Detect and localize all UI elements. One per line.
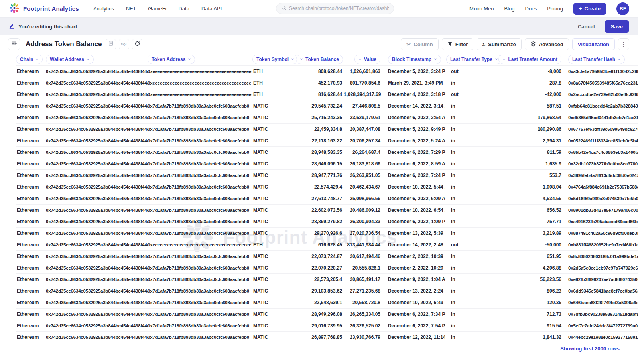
- cell-block-timestamp: December 5, 2022, 5:24 AM: [382, 135, 445, 146]
- nav-item-pricing[interactable]: Pricing: [547, 6, 563, 12]
- cell-token-balance: 28,948,583.35: [296, 146, 344, 158]
- cell-wallet-address: 0x742d35cc6634c0532925a3b844bc454e4438f4…: [46, 77, 148, 89]
- nav-item-data[interactable]: Data: [178, 6, 189, 12]
- nav-item-gamefi[interactable]: GameFi: [148, 6, 166, 12]
- refresh-button[interactable]: [132, 39, 142, 49]
- cell-wallet-address: 0x742d35cc6634c0532925a3b844bc454e4438f4…: [46, 331, 148, 343]
- column-header-token-balance[interactable]: Token Balance: [296, 55, 343, 64]
- cell-token-address: 0x7d1afa7b718fb893db30a3abc0cfc608aacfeb…: [148, 308, 252, 320]
- chevron-down-icon: [502, 58, 506, 60]
- column-header-chain[interactable]: Chain: [16, 55, 43, 64]
- cell-last-transfer-amount: 4,206.88: [498, 262, 563, 273]
- brand[interactable]: Footprint Analytics: [9, 2, 79, 15]
- cell-token-symbol: MATIC: [252, 181, 296, 193]
- cell-token-balance: 28,859,279.82: [296, 216, 344, 227]
- cell-token-address: 0x7d1afa7b718fb893db30a3abc0cfc608aacfeb…: [148, 262, 252, 273]
- nav-item-data-api[interactable]: Data API: [201, 6, 222, 12]
- column-header-block-timestamp[interactable]: Block Timestamp: [388, 55, 441, 64]
- cell-last-transfer-amount: 4,534.55: [498, 193, 563, 204]
- cell-block-timestamp: December 6, 2022, 7:29 PM: [382, 146, 445, 158]
- cell-value: 27,020,736.54: [344, 227, 382, 239]
- cell-chain: Ethereum: [16, 262, 46, 273]
- cell-last-transfer-type: in: [445, 308, 498, 320]
- cell-value: 20,706,257.34: [344, 135, 382, 146]
- chevron-down-icon: [291, 58, 294, 60]
- cell-last-transfer-amount: 1,635.9: [498, 158, 563, 169]
- cell-block-timestamp: December 5, 2022, 3:24 PM: [382, 65, 445, 77]
- outline-toggle-button[interactable]: [8, 38, 20, 50]
- table-row: Ethereum 0x742d35cc6634c0532925a3b844bc4…: [16, 193, 638, 204]
- column-button[interactable]: ✂ Column: [401, 38, 438, 50]
- cell-chain: Ethereum: [16, 100, 46, 112]
- create-button[interactable]: + Create: [573, 3, 606, 15]
- column-header-wallet-address[interactable]: Wallet Address: [46, 55, 94, 64]
- nav-item-docs[interactable]: Docs: [525, 6, 537, 12]
- cell-chain: Ethereum: [16, 331, 46, 343]
- cell-token-symbol: MATIC: [252, 262, 296, 273]
- cell-last-transfer-type: in: [445, 135, 498, 146]
- cell-chain: Ethereum: [16, 216, 46, 227]
- cell-token-symbol: ETH: [252, 239, 296, 250]
- cell-token-address: 0x7d1afa7b718fb893db30a3abc0cfc608aacfeb…: [148, 146, 252, 158]
- visualization-button[interactable]: Visualization: [572, 38, 615, 50]
- cell-token-symbol: ETH: [252, 65, 296, 77]
- cell-last-transfer-hash: 0x4764a6f884c691b2e75367b508c206: [563, 181, 638, 193]
- cell-token-address: 0x7d1afa7b718fb893db30a3abc0cfc608aacfeb…: [148, 250, 252, 262]
- more-options-button[interactable]: ⋮: [618, 38, 629, 50]
- chevron-down-icon: [495, 58, 498, 60]
- cell-last-transfer-type: in: [445, 216, 498, 227]
- table-row: Ethereum 0x742d35cc6634c0532925a3b844bc4…: [16, 181, 638, 193]
- column-header-last-transfer-amount[interactable]: Last Transfer Amount: [498, 55, 561, 64]
- sigma-icon: Σ: [482, 41, 485, 47]
- cell-value: 20,865,491.17: [344, 273, 382, 285]
- cell-wallet-address: 0x742d35cc6634c0532925a3b844bc454e4438f4…: [46, 193, 148, 204]
- global-search-input[interactable]: Search chain/protocol/token/NFT/creator/…: [276, 3, 394, 14]
- cell-chain: Ethereum: [16, 227, 46, 239]
- cell-block-timestamp: December 4, 2022, 3:18 PM: [382, 89, 445, 100]
- nav-item-blog[interactable]: Blog: [504, 6, 515, 12]
- cancel-button[interactable]: Cancel: [578, 24, 595, 30]
- scissors-icon: ✂: [406, 41, 411, 47]
- sql-button[interactable]: SQL: [119, 39, 129, 49]
- nav-item-nft[interactable]: NFT: [126, 6, 136, 12]
- column-header-token-symbol[interactable]: Token Symbol: [252, 55, 298, 64]
- cell-token-address: 0x7d1afa7b718fb893db30a3abc0cfc608aacfeb…: [148, 285, 252, 297]
- cell-last-transfer-type: in: [445, 193, 498, 204]
- table-row: Ethereum 0x742d35cc6634c0532925a3b844bc4…: [16, 216, 638, 227]
- cell-token-address: 0xeeeeeeeeeeeeeeeeeeeeeeeeeeeeeeeeeeeeee…: [148, 89, 252, 100]
- notes-button[interactable]: [106, 39, 116, 49]
- advanced-button[interactable]: Advanced: [525, 38, 569, 50]
- cell-wallet-address: 0x742d35cc6634c0532925a3b844bc454e4438f4…: [46, 216, 148, 227]
- cell-last-transfer-hash: 0x8c835024803198c0f1a999bde1c687: [563, 250, 638, 262]
- column-header-last-transfer-type[interactable]: Last Transfer Type: [446, 55, 502, 64]
- column-header-value[interactable]: Value: [354, 55, 380, 64]
- column-header-token-address[interactable]: Token Address: [148, 55, 195, 64]
- cell-last-transfer-hash: 0xb831ff46820652be9a7cd468b1e520: [563, 239, 638, 250]
- cell-token-symbol: MATIC: [252, 273, 296, 285]
- cell-last-transfer-amount: 651.95: [498, 250, 563, 262]
- table-row: Ethereum 0x742d35cc6634c0532925a3b844bc4…: [16, 262, 638, 273]
- column-header-last-transfer-hash[interactable]: Last Transfer Hash: [568, 55, 625, 64]
- cell-last-transfer-hash: 0x32db1073b327fb9a0ba8ca37803165: [563, 158, 638, 169]
- cell-token-symbol: MATIC: [252, 135, 296, 146]
- chevron-down-icon: [300, 58, 303, 60]
- filter-button[interactable]: Filter: [442, 38, 474, 50]
- cell-last-transfer-type: in: [445, 123, 498, 135]
- summarize-button[interactable]: Σ Summarize: [477, 38, 521, 50]
- cell-value: 25,098,966.56: [344, 193, 382, 204]
- nav-item-analytics[interactable]: Analytics: [93, 6, 114, 12]
- chevron-down-icon: [358, 58, 362, 60]
- nav-item-moon-men[interactable]: Moon Men: [469, 6, 494, 12]
- cell-token-symbol: MATIC: [252, 216, 296, 227]
- table-row: Ethereum 0x742d35cc6634c0532925a3b844bc4…: [16, 285, 638, 297]
- avatar[interactable]: BF: [616, 2, 629, 15]
- chevron-down-icon: [618, 58, 621, 60]
- cell-last-transfer-amount: 120.35: [498, 297, 563, 308]
- cell-last-transfer-type: in: [445, 100, 498, 112]
- cell-block-timestamp: December 13, 2022, 2:24 PM: [382, 285, 445, 297]
- cell-last-transfer-amount: 757.71: [498, 216, 563, 227]
- save-button[interactable]: Save: [605, 20, 629, 33]
- cell-last-transfer-amount: 811.59: [498, 146, 563, 158]
- cell-token-address: 0xeeeeeeeeeeeeeeeeeeeeeeeeeeeeeeeeeeeeee…: [148, 77, 252, 89]
- cell-last-transfer-type: in: [445, 320, 498, 331]
